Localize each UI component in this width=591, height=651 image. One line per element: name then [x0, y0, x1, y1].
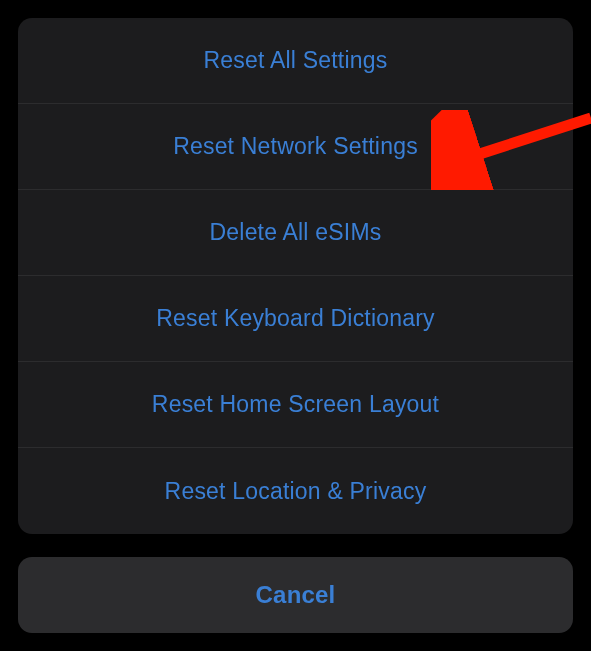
option-label: Delete All eSIMs — [210, 219, 382, 246]
option-label: Reset Network Settings — [173, 133, 418, 160]
option-label: Reset Location & Privacy — [165, 478, 427, 505]
option-label: Reset Home Screen Layout — [152, 391, 439, 418]
option-label: Reset All Settings — [204, 47, 388, 74]
action-sheet: Reset All Settings Reset Network Setting… — [18, 18, 573, 534]
reset-location-privacy-option[interactable]: Reset Location & Privacy — [18, 448, 573, 534]
reset-network-settings-option[interactable]: Reset Network Settings — [18, 104, 573, 190]
cancel-button[interactable]: Cancel — [18, 557, 573, 633]
reset-all-settings-option[interactable]: Reset All Settings — [18, 18, 573, 104]
option-label: Reset Keyboard Dictionary — [156, 305, 435, 332]
delete-all-esims-option[interactable]: Delete All eSIMs — [18, 190, 573, 276]
reset-keyboard-dictionary-option[interactable]: Reset Keyboard Dictionary — [18, 276, 573, 362]
cancel-label: Cancel — [256, 581, 336, 609]
reset-home-screen-layout-option[interactable]: Reset Home Screen Layout — [18, 362, 573, 448]
